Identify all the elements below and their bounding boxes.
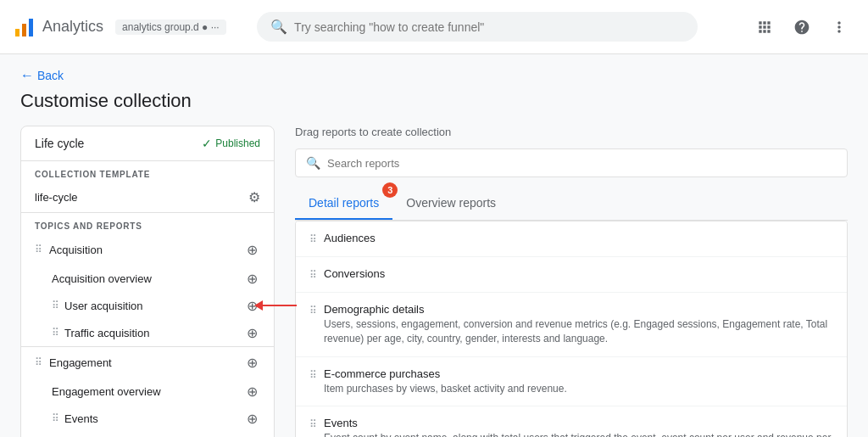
- remove-eng-overview-btn[interactable]: ⊕: [243, 383, 260, 400]
- analytics-logo-icon: [14, 15, 37, 39]
- sub-conversions: ⠿ Conversions ⊕: [21, 432, 274, 437]
- report-title-demographic: Demographic details: [324, 303, 833, 316]
- panel-header: Life cycle ✓ Published: [21, 126, 274, 161]
- report-title-ecommerce: E-commerce purchases: [324, 367, 833, 380]
- report-desc-demographic: Users, sessions, engagement, conversion …: [324, 317, 833, 346]
- nav-right: [749, 12, 854, 42]
- topic-name-acquisition: Acquisition: [49, 244, 103, 256]
- sub-events: ⠿ Events ⊕: [21, 405, 274, 432]
- panel-title: Life cycle: [35, 137, 84, 150]
- account-label: analytics group.d ● ···: [115, 20, 226, 35]
- drag-icon-conversions-r[interactable]: ⠿: [309, 269, 317, 281]
- report-item-audiences[interactable]: ⠿ Audiences: [296, 221, 847, 257]
- right-panel: Drag reports to create collection 🔍 Deta…: [295, 126, 848, 437]
- svg-rect-0: [15, 29, 19, 36]
- topic-acquisition: ⠿ Acquisition ⊕: [21, 234, 274, 265]
- remove-engagement-btn[interactable]: ⊕: [243, 354, 260, 371]
- search-bar[interactable]: 🔍: [257, 12, 698, 42]
- sub-engagement-overview: Engagement overview ⊕: [21, 378, 274, 405]
- report-item-events[interactable]: ⠿ Events Event count by event name, alon…: [296, 406, 847, 437]
- arrow-head-icon: [254, 300, 263, 311]
- help-button[interactable]: [787, 12, 817, 42]
- drag-icon-demographic[interactable]: ⠿: [309, 305, 317, 317]
- drag-icon-ta[interactable]: ⠿: [52, 327, 59, 339]
- gear-icon[interactable]: ⚙: [248, 189, 260, 205]
- sub-traffic-acquisition: ⠿ Traffic acquisition ⊕: [21, 319, 274, 346]
- published-label: Published: [215, 137, 260, 149]
- page-title: Customise collection: [20, 90, 848, 112]
- back-link[interactable]: ← Back: [20, 68, 848, 83]
- app-title: Analytics: [42, 18, 103, 36]
- tab-overview-reports[interactable]: Overview reports: [392, 188, 509, 220]
- drag-icon-audiences[interactable]: ⠿: [309, 233, 317, 245]
- apps-button[interactable]: [749, 12, 780, 42]
- drag-icon-events-r[interactable]: ⠿: [309, 418, 317, 430]
- sub-user-acquisition: ⠿ User acquisition ⊕: [21, 292, 274, 319]
- search-reports-bar[interactable]: 🔍: [295, 148, 848, 177]
- report-item-ecommerce[interactable]: ⠿ E-commerce purchases Item purchases by…: [296, 357, 847, 407]
- search-input[interactable]: [294, 20, 684, 34]
- tab-detail-reports[interactable]: Detail reports 3: [295, 188, 392, 220]
- drag-icon-ev[interactable]: ⠿: [52, 412, 59, 424]
- remove-acq-overview-btn[interactable]: ⊕: [243, 270, 260, 287]
- drag-icon-ua[interactable]: ⠿: [52, 300, 59, 311]
- drag-arrow-indicator: [254, 300, 297, 311]
- check-icon: ✓: [202, 137, 212, 150]
- nav-logo: Analytics analytics group.d ● ···: [14, 15, 226, 39]
- drag-icon-eng[interactable]: ⠿: [35, 356, 42, 368]
- reports-list: ⠿ Audiences ⠿ Conversions ⠿ Demographic …: [295, 221, 848, 437]
- topic-engagement: ⠿ Engagement ⊕: [21, 347, 274, 378]
- svg-rect-1: [22, 24, 26, 36]
- report-item-demographic[interactable]: ⠿ Demographic details Users, sessions, e…: [296, 293, 847, 357]
- remove-ta-btn[interactable]: ⊕: [243, 324, 260, 341]
- drag-icon-ecommerce[interactable]: ⠿: [309, 369, 317, 381]
- remove-events-btn[interactable]: ⊕: [243, 410, 260, 427]
- reports-tabs: Detail reports 3 Overview reports: [295, 188, 848, 221]
- sub-acquisition-overview: Acquisition overview ⊕: [21, 265, 274, 292]
- template-row: life-cycle ⚙: [21, 182, 274, 213]
- more-button[interactable]: [824, 12, 854, 42]
- report-desc-ecommerce: Item purchases by views, basket activity…: [324, 382, 833, 396]
- report-item-conversions[interactable]: ⠿ Conversions: [296, 257, 847, 293]
- svg-rect-2: [29, 19, 33, 36]
- search-icon: 🔍: [270, 19, 287, 35]
- top-nav: Analytics analytics group.d ● ··· 🔍: [0, 0, 868, 54]
- arrow-body: [263, 305, 297, 306]
- report-title-audiences: Audiences: [324, 232, 833, 244]
- left-panel: Life cycle ✓ Published COLLECTION TEMPLA…: [20, 126, 275, 437]
- main-layout: Life cycle ✓ Published COLLECTION TEMPLA…: [20, 126, 848, 437]
- search-reports-icon: 🔍: [306, 156, 320, 170]
- drag-icon[interactable]: ⠿: [35, 244, 42, 255]
- topics-label: TOPICS AND REPORTS: [21, 213, 274, 234]
- page-container: ← Back Customise collection Life cycle ✓…: [0, 54, 868, 437]
- collection-template-label: COLLECTION TEMPLATE: [21, 161, 274, 182]
- topic-name-engagement: Engagement: [49, 356, 112, 369]
- published-badge: ✓ Published: [202, 137, 260, 150]
- template-value: life-cycle: [35, 191, 78, 204]
- back-arrow-icon: ←: [20, 68, 34, 83]
- remove-acquisition-btn[interactable]: ⊕: [243, 241, 260, 258]
- report-title-conversions: Conversions: [324, 267, 833, 280]
- report-desc-events: Event count by event name, along with to…: [324, 431, 833, 437]
- search-reports-input[interactable]: [327, 157, 837, 170]
- drag-hint: Drag reports to create collection: [295, 126, 848, 138]
- report-title-events: Events: [324, 417, 833, 429]
